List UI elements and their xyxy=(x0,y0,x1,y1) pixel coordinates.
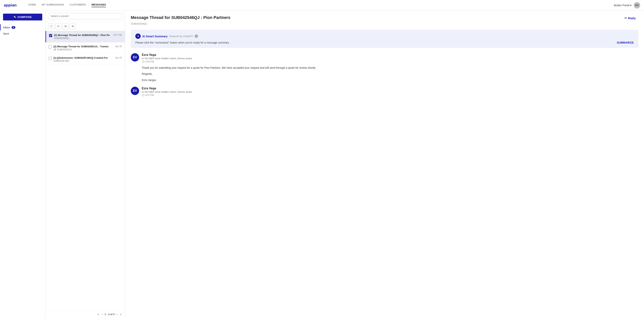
thread-header: Message Thread for SUB042546QJ : Pion Pa… xyxy=(131,15,638,21)
message-sender-row: EV Ezra Vega to ISU BKP Anne Holden User… xyxy=(131,53,638,63)
sender-name: Ezra Vega xyxy=(142,87,192,90)
message-subject: (1) [[Submission: SUB0425F1MA]] Created … xyxy=(54,56,113,59)
message-item[interactable]: (2) Message Thread for SUB042546QJ : Pio… xyxy=(46,31,125,42)
nav-right: Broker Portal ▾ EV xyxy=(614,2,640,8)
message-body: Thank you for submitting your request fo… xyxy=(131,66,638,82)
message-subject: (2) Message Thread for SUB042546QJ : Pio… xyxy=(54,34,112,36)
sidebar-item-sent[interactable]: Sent xyxy=(0,30,45,37)
message-time: Apr 25 xyxy=(115,56,122,59)
clock-icon: 🕐 xyxy=(142,94,144,97)
envelope-open-icon: ✉ xyxy=(64,25,67,28)
info-icon[interactable]: i xyxy=(195,34,198,38)
message-item[interactable]: (1) [[Submission: SUB0425F1MA]] Created … xyxy=(46,54,125,65)
message-sub-id: SUB042546QJ xyxy=(54,37,112,39)
left-sidebar: ✎ COMPOSE Inbox 0 Sent xyxy=(0,10,46,318)
thread-sub-id: SUB042546QJ xyxy=(131,22,638,25)
reply-icon: ↩ xyxy=(624,16,627,20)
message-checkbox[interactable] xyxy=(49,34,52,37)
sender-time: 🕐 6:57 PM xyxy=(142,94,192,97)
pencil-icon: ✎ xyxy=(14,15,16,18)
sender-avatar: EV xyxy=(131,53,139,61)
message-checkbox[interactable] xyxy=(48,57,52,60)
pagination: « ‹ 1 - 3 of 3 › » xyxy=(46,310,125,318)
refresh-button[interactable]: ↻ xyxy=(55,23,62,29)
search-input[interactable] xyxy=(48,13,122,19)
message-sender-row: EV Ezra Vega to ISU BKP Anne Holden User… xyxy=(131,87,638,97)
right-panel: Message Thread for SUB042546QJ : Pion Pa… xyxy=(125,10,644,318)
clock-icon: 🕐 xyxy=(142,60,144,63)
message-subject: (2) Message Thread for SUB0425DLVL : Tra… xyxy=(54,45,113,48)
ai-summary-box: ✦ AI Smart Summary Powered by ChatGPT i … xyxy=(131,30,638,48)
envelope-icon: ✉ xyxy=(72,25,74,28)
thread-title: Message Thread for SUB042546QJ : Pion Pa… xyxy=(131,15,230,20)
compose-button[interactable]: ✎ COMPOSE xyxy=(3,14,42,20)
user-avatar[interactable]: EV xyxy=(634,2,640,8)
message-content: (2) Message Thread for SUB0425DLVL : Tra… xyxy=(54,45,113,51)
svg-text:appian: appian xyxy=(4,3,17,7)
ai-label: AI Smart Summary xyxy=(142,35,168,38)
message-content: (1) [[Submission: SUB0425F1MA]] Created … xyxy=(54,56,113,62)
sender-info: Ezra Vega to ISU BKP Anne Holden Users, … xyxy=(142,53,192,63)
broker-portal-dropdown[interactable]: Broker Portal ▾ xyxy=(614,4,632,7)
message-content: (2) Message Thread for SUB042546QJ : Pio… xyxy=(54,34,112,39)
attachment-icon: 🔗 xyxy=(54,48,56,51)
prev-page-button[interactable]: ‹ xyxy=(101,312,104,316)
ai-summary-body: Please click the "summarize" button when… xyxy=(135,41,634,44)
chevron-down-icon: ▾ xyxy=(630,4,632,7)
next-page-button[interactable]: › xyxy=(116,312,118,316)
nav-customers[interactable]: CUSTOMERS xyxy=(70,3,86,7)
ai-icon: ✦ xyxy=(135,33,141,39)
message-body-signature: Ezra Vargas xyxy=(142,78,638,82)
message-checkbox[interactable] xyxy=(48,45,52,48)
page-info: 1 - 3 of 3 xyxy=(104,313,115,316)
reply-button[interactable]: ↩ Reply xyxy=(622,15,638,21)
sender-name: Ezra Vega xyxy=(142,53,192,57)
refresh-icon: ↻ xyxy=(57,25,60,28)
toolbar: ☐ ↻ ✉ ✉ xyxy=(46,22,125,31)
first-page-button[interactable]: « xyxy=(97,312,100,316)
message-body-regards: Regards, xyxy=(142,72,638,76)
message-sub-id: 🔗 SUB0425DLVL xyxy=(54,48,113,51)
sender-to: to ISU BKP Anne Holden Users, Donna Jone… xyxy=(142,57,192,60)
app-logo[interactable]: appian xyxy=(4,2,21,8)
inbox-badge: 0 xyxy=(12,26,15,29)
top-nav: appian HOME MY SUBMISSIONS CUSTOMERS MES… xyxy=(0,0,644,10)
main-container: ✎ COMPOSE Inbox 0 Sent ☐ ↻ ✉ ✉ xyxy=(0,10,644,318)
sender-time: 🕐 6:55 PM xyxy=(142,60,192,63)
nav-links: HOME MY SUBMISSIONS CUSTOMERS MESSAGES xyxy=(28,3,614,7)
nav-home[interactable]: HOME xyxy=(28,3,36,7)
middle-panel: ☐ ↻ ✉ ✉ (2) Message Thread for SUB042546… xyxy=(46,10,125,318)
ai-powered-text: Powered by ChatGPT xyxy=(169,35,193,38)
message-item[interactable]: (2) Message Thread for SUB0425DLVL : Tra… xyxy=(46,42,125,54)
mark-read-button[interactable]: ✉ xyxy=(62,23,68,29)
sender-to: to ISU BKP Anne Holden Users, Donna Jone… xyxy=(142,90,192,93)
nav-messages[interactable]: MESSAGES xyxy=(92,3,106,7)
message-card: EV Ezra Vega to ISU BKP Anne Holden User… xyxy=(131,53,638,82)
ai-summary-header: ✦ AI Smart Summary Powered by ChatGPT i xyxy=(135,33,634,39)
last-page-button[interactable]: » xyxy=(119,312,122,316)
message-body-para: Thank you for submitting your request fo… xyxy=(142,66,638,70)
ai-summary-text: Please click the "summarize" button when… xyxy=(135,41,229,44)
message-time: Apr 26 xyxy=(115,45,122,48)
message-card: EV Ezra Vega to ISU BKP Anne Holden User… xyxy=(131,87,638,97)
nav-submissions[interactable]: MY SUBMISSIONS xyxy=(42,3,64,7)
sender-avatar: EV xyxy=(131,87,139,95)
mark-unread-button[interactable]: ✉ xyxy=(70,23,76,29)
sidebar-item-inbox[interactable]: Inbox 0 xyxy=(0,24,45,30)
summarize-button[interactable]: SUMMARIZE xyxy=(617,41,634,44)
message-sub-id: SUB0425F1MA xyxy=(54,60,113,62)
message-list: (2) Message Thread for SUB042546QJ : Pio… xyxy=(46,31,125,310)
search-bar xyxy=(46,10,125,22)
checkbox-all-button[interactable]: ☐ xyxy=(48,23,54,29)
checkbox-icon: ☐ xyxy=(50,25,52,28)
sender-info: Ezra Vega to ISU BKP Anne Holden Users, … xyxy=(142,87,192,97)
message-time: 6:57 PM xyxy=(113,34,122,36)
